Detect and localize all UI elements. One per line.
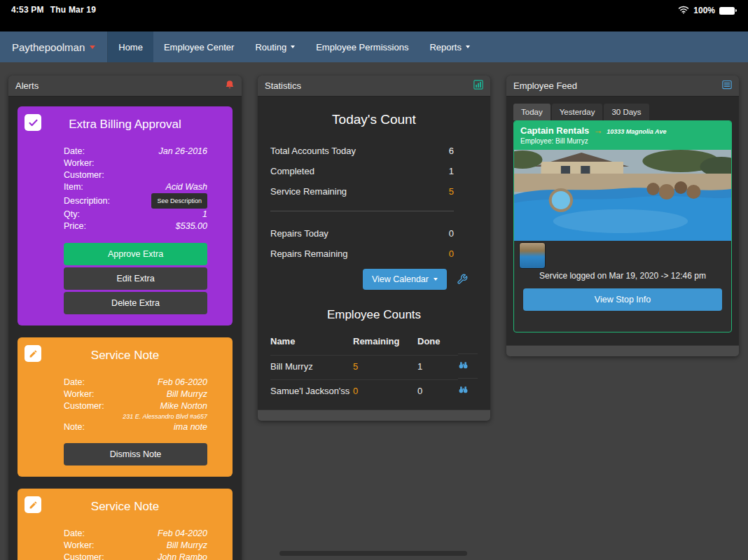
edit-extra-button[interactable]: Edit Extra <box>64 267 207 290</box>
employee-done: 0 <box>417 379 458 402</box>
view-calendar-label: View Calendar <box>372 274 429 284</box>
view-stop-info-button[interactable]: View Stop Info <box>523 288 722 311</box>
wifi-icon <box>678 5 689 16</box>
battery-percent: 100% <box>693 6 715 15</box>
employee-counts-table: Name Remaining Done Bill Murryz 5 1 Samu… <box>270 332 478 402</box>
field-row: Worker: Bill Murryz <box>64 540 207 552</box>
brand-menu[interactable]: Paythepoolman <box>0 31 108 62</box>
field-value: John Rambo <box>158 552 207 560</box>
stat-row: Repairs Today 0 <box>270 228 478 239</box>
view-calendar-button[interactable]: View Calendar <box>363 269 447 290</box>
column-header: Done <box>417 332 458 354</box>
field-row: Worker: Bill Murryz <box>64 388 207 400</box>
column-header <box>458 337 478 349</box>
tab-today[interactable]: Today <box>513 104 550 120</box>
field-row: Price: $535.00 <box>64 220 207 232</box>
field-value: Acid Wash <box>165 181 207 193</box>
table-cell-action <box>458 378 478 402</box>
battery-icon <box>719 7 737 15</box>
employee-done: 1 <box>417 355 458 377</box>
field-label: Worker: <box>64 540 95 552</box>
arrow-right-icon: → <box>593 125 602 136</box>
status-date: Thu Mar 19 <box>50 5 96 15</box>
pencil-icon <box>25 496 41 513</box>
stat-row: Repairs Remaining 0 <box>270 248 478 259</box>
nav-item-label: Employee Center <box>164 42 234 52</box>
alerts-body: Extra Billing Approval Date: Jan 26-2016… <box>8 97 242 560</box>
stat-value: 0 <box>449 248 454 259</box>
feed-scrollbar[interactable] <box>506 345 739 356</box>
card-fields: Date: Feb 06-2020 Worker: Bill Murryz Cu… <box>29 377 221 465</box>
feed-stop-title-row: Captain Rentals → 10333 Magnolia Ave <box>520 125 725 136</box>
dashboard: Alerts Extra Billing Approval D <box>0 62 748 560</box>
stop-address: 10333 Magnolia Ave <box>607 128 666 135</box>
chevron-down-icon <box>291 46 295 48</box>
nav-item-routing[interactable]: Routing <box>244 31 305 62</box>
field-label: Description: <box>64 195 110 207</box>
wrench-icon[interactable] <box>457 274 468 285</box>
nav-item-home[interactable]: Home <box>108 31 153 62</box>
tab-30-days[interactable]: 30 Days <box>604 104 649 120</box>
field-label: Customer: <box>64 169 104 181</box>
field-label: Date: <box>64 146 85 158</box>
delete-extra-button[interactable]: Delete Extra <box>64 292 207 314</box>
field-row: Date: Jan 26-2016 <box>64 146 207 158</box>
field-row: Date: Feb 06-2020 <box>64 377 207 388</box>
statistics-panel: Statistics Today's Count Total Accounts … <box>258 76 490 421</box>
see-description-badge[interactable]: See Description <box>151 193 207 209</box>
stat-label: Total Accounts Today <box>270 146 356 156</box>
stat-value: 1 <box>449 166 454 176</box>
field-value: Jan 26-2016 <box>158 146 207 158</box>
field-value: $535.00 <box>176 220 207 232</box>
approve-extra-button[interactable]: Approve Extra <box>64 243 207 265</box>
table-cell-action <box>458 354 478 378</box>
binoculars-icon[interactable] <box>458 384 469 395</box>
nav-item-reports[interactable]: Reports <box>419 31 480 62</box>
employee-name: Bill Murryz <box>270 355 353 377</box>
tab-yesterday[interactable]: Yesterday <box>552 104 603 120</box>
photo-thumbnail[interactable] <box>519 242 546 269</box>
alerts-title: Alerts <box>15 80 39 91</box>
stats-scrollbar[interactable] <box>258 410 490 421</box>
field-label: Date: <box>64 377 85 388</box>
field-value: Feb 06-2020 <box>158 377 207 388</box>
feed-button-row: View Stop Info <box>514 281 731 332</box>
stat-value: 0 <box>449 228 454 239</box>
binoculars-icon[interactable] <box>458 360 469 370</box>
field-value: Feb 04-2020 <box>158 528 207 540</box>
field-label: Note: <box>64 421 85 433</box>
field-value: Mike Norton <box>160 400 207 412</box>
alerts-panel-header: Alerts <box>8 76 242 97</box>
alerts-panel: Alerts Extra Billing Approval D <box>8 76 242 560</box>
card-title: Extra Billing Approval <box>29 118 221 132</box>
stop-photo[interactable] <box>514 150 731 241</box>
field-value: ima note <box>174 421 207 433</box>
field-label: Worker: <box>64 388 95 400</box>
calendar-row: View Calendar <box>270 269 468 290</box>
field-label: Qty: <box>64 209 80 220</box>
status-right: 100% <box>678 5 737 16</box>
extra-billing-card: Extra Billing Approval Date: Jan 26-2016… <box>18 106 233 326</box>
horizontal-scrollbar[interactable] <box>279 551 467 556</box>
service-note-card: Service Note Date: Feb 04-2020 Worker: B… <box>18 489 233 560</box>
feed-stop-card: Captain Rentals → 10333 Magnolia Ave Emp… <box>513 120 732 332</box>
nav-item-employee-center[interactable]: Employee Center <box>153 31 244 62</box>
dismiss-note-button[interactable]: Dismiss Note <box>64 443 207 465</box>
stat-row: Completed 1 <box>270 166 478 176</box>
field-label: Price: <box>64 220 86 232</box>
stop-customer-name: Captain Rentals <box>520 125 589 136</box>
nav-item-employee-permissions[interactable]: Employee Permissions <box>305 31 419 62</box>
field-label: Item: <box>64 181 83 193</box>
chevron-down-icon <box>434 278 438 281</box>
field-value: Bill Murryz <box>167 388 207 400</box>
field-row: Customer: Mike Norton <box>64 400 207 412</box>
todays-count-title: Today's Count <box>270 112 478 127</box>
chevron-down-icon <box>466 46 470 48</box>
stat-row: Total Accounts Today 6 <box>270 146 478 156</box>
column-header: Remaining <box>353 332 417 354</box>
stat-label: Service Remaining <box>270 186 347 197</box>
status-left: 4:53 PM Thu Mar 19 <box>11 5 96 15</box>
statistics-body: Today's Count Total Accounts Today 6 Com… <box>258 97 490 410</box>
field-label: Customer: <box>64 552 104 560</box>
clock: 4:53 PM <box>11 5 44 15</box>
